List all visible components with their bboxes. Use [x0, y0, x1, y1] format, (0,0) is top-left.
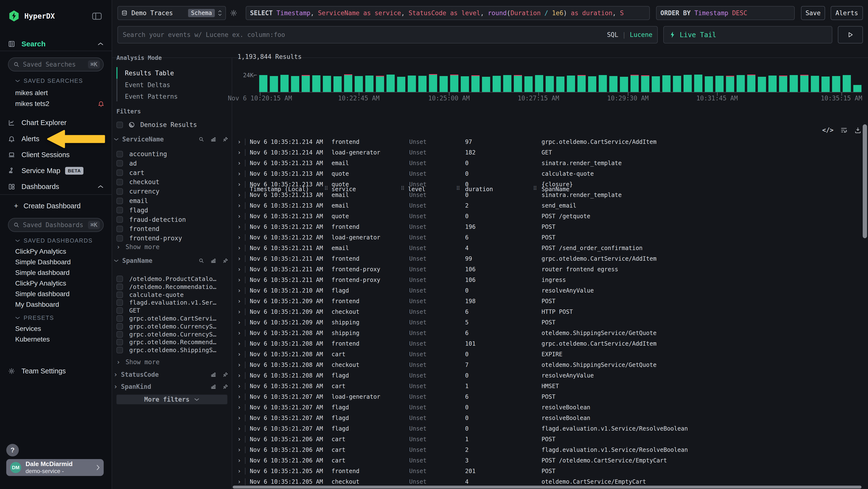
- live-tail-button[interactable]: Live Tail: [663, 26, 832, 44]
- table-row[interactable]: ›Nov 6 10:35:21.208 AMcartUnset0EXPIRE: [232, 349, 862, 359]
- filter-option[interactable]: grpc.oteldemo.CartServi…: [117, 315, 216, 322]
- filter-option[interactable]: grpc.oteldemo.Recommend…: [117, 339, 216, 346]
- filter-option[interactable]: /oteldemo.ProductCatalo…: [117, 276, 216, 282]
- checkbox[interactable]: [117, 160, 123, 167]
- expand-row-icon[interactable]: ›: [238, 340, 241, 347]
- select-expression-input[interactable]: SELECT Timestamp, ServiceName as service…: [246, 6, 650, 20]
- expand-row-icon[interactable]: ›: [238, 139, 241, 145]
- filter-group-spankind[interactable]: › SpanKind: [114, 382, 228, 391]
- bar-chart-icon[interactable]: [211, 258, 216, 264]
- expand-row-icon[interactable]: ›: [238, 309, 241, 315]
- expand-row-icon[interactable]: ›: [238, 245, 241, 252]
- spanname-show-more[interactable]: ›Show more: [117, 358, 160, 366]
- sidebar-item-client-sessions[interactable]: Client Sessions: [8, 151, 70, 159]
- saved-dashboards-input[interactable]: Saved Dashboards ⌘K: [8, 218, 104, 232]
- expand-row-icon[interactable]: ›: [238, 192, 241, 198]
- checkbox[interactable]: [117, 188, 123, 195]
- alert-bell-icon[interactable]: [98, 100, 104, 107]
- table-row[interactable]: ›Nov 6 10:35:21.208 AMcartUnset1HMSET: [232, 381, 862, 392]
- filter-option[interactable]: /oteldemo.Recommendatio…: [117, 283, 216, 290]
- sidebar-item-service-map[interactable]: Service Map BETA: [8, 167, 84, 175]
- expand-row-icon[interactable]: ›: [238, 298, 241, 305]
- expand-row-icon[interactable]: ›: [238, 160, 241, 167]
- expand-row-icon[interactable]: ›: [238, 213, 241, 220]
- lucene-mode-toggle[interactable]: Lucene: [630, 31, 652, 38]
- filter-group-spanname[interactable]: SpanName: [114, 257, 228, 264]
- table-row[interactable]: ›Nov 6 10:35:21.208 AMfrontendUnset101gr…: [232, 338, 862, 349]
- denoise-results-row[interactable]: Denoise Results: [117, 121, 197, 128]
- filter-option[interactable]: fraud-detection: [117, 216, 186, 223]
- filter-option[interactable]: accounting: [117, 150, 167, 157]
- expand-row-icon[interactable]: ›: [238, 277, 241, 283]
- table-row[interactable]: ›Nov 6 10:35:21.205 AMfrontendUnset201PO…: [232, 466, 862, 477]
- table-row[interactable]: ›Nov 6 10:35:21.211 AMemailUnset4POST /s…: [232, 243, 862, 253]
- checkbox[interactable]: [117, 151, 123, 157]
- checkbox[interactable]: [117, 179, 123, 185]
- expand-row-icon[interactable]: ›: [238, 425, 241, 432]
- filter-option[interactable]: grpc.oteldemo.CurrencyS…: [117, 323, 216, 330]
- sidebar-item-chart-explorer[interactable]: Chart Explorer: [8, 119, 66, 127]
- table-row[interactable]: ›Nov 6 10:35:21.212 AMload-generatorUnse…: [232, 232, 862, 243]
- pin-icon[interactable]: [222, 258, 228, 264]
- checkbox[interactable]: [117, 339, 123, 345]
- sidebar-item-search[interactable]: Search: [8, 40, 104, 48]
- expand-row-icon[interactable]: ›: [238, 319, 241, 326]
- saved-dashboard-item[interactable]: Simple dashboard: [15, 269, 70, 277]
- checkbox[interactable]: [117, 284, 123, 290]
- table-row[interactable]: ›Nov 6 10:35:21.207 AMflagdUnset0resolve…: [232, 413, 862, 423]
- expand-row-icon[interactable]: ›: [238, 149, 241, 156]
- vertical-scrollbar[interactable]: [863, 124, 867, 238]
- table-row[interactable]: ›Nov 6 10:35:21.213 AMquoteUnset0{closur…: [232, 179, 862, 190]
- preset-item[interactable]: Kubernetes: [15, 336, 50, 343]
- table-row[interactable]: ›Nov 6 10:35:21.214 AMload-generatorUnse…: [232, 147, 862, 158]
- table-row[interactable]: ›Nov 6 10:35:21.213 AMemailUnset2send_em…: [232, 200, 862, 211]
- expand-row-icon[interactable]: ›: [238, 170, 241, 177]
- saved-searches-header[interactable]: SAVED SEARCHES: [15, 78, 83, 84]
- table-row[interactable]: ›Nov 6 10:35:21.207 AMflagdUnset0flagd.e…: [232, 423, 862, 434]
- filter-option[interactable]: calculate-quote: [117, 291, 184, 298]
- checkbox[interactable]: [117, 299, 123, 306]
- bar-chart-icon[interactable]: [211, 384, 216, 390]
- chevron-up-icon[interactable]: [97, 42, 104, 46]
- table-row[interactable]: ›Nov 6 10:35:21.211 AMfrontendUnset99grp…: [232, 253, 862, 264]
- saved-dashboard-item[interactable]: ClickPy Analytics: [15, 280, 66, 287]
- filter-option[interactable]: ad: [117, 160, 137, 167]
- user-card[interactable]: DM Dale McDiarmid demo-service -: [6, 459, 104, 476]
- expand-row-icon[interactable]: ›: [238, 372, 241, 379]
- expand-row-icon[interactable]: ›: [238, 362, 241, 368]
- table-row[interactable]: ›Nov 6 10:35:21.212 AMfrontendUnset196PO…: [232, 222, 862, 232]
- filter-option[interactable]: flagd: [117, 207, 148, 214]
- presets-header[interactable]: PRESETS: [15, 315, 54, 321]
- filter-option[interactable]: flagd.evaluation.v1.Ser…: [117, 299, 216, 306]
- table-row[interactable]: ›Nov 6 10:35:21.209 AMcheckoutUnset6HTTP…: [232, 307, 862, 317]
- pin-icon[interactable]: [222, 372, 228, 377]
- table-row[interactable]: ›Nov 6 10:35:21.206 AMcartUnset3POST /ot…: [232, 455, 862, 466]
- expand-row-icon[interactable]: ›: [238, 330, 241, 337]
- expand-row-icon[interactable]: ›: [238, 457, 241, 464]
- table-row[interactable]: ›Nov 6 10:35:21.206 AMcartUnset2flagd.ev…: [232, 444, 862, 455]
- checkbox[interactable]: [117, 307, 123, 314]
- table-row[interactable]: ›Nov 6 10:35:21.208 AMflagdUnset0resolve…: [232, 370, 862, 381]
- expand-row-icon[interactable]: ›: [238, 255, 241, 262]
- table-row[interactable]: ›Nov 6 10:35:21.207 AMload-generatorUnse…: [232, 392, 862, 402]
- checkbox[interactable]: [117, 315, 123, 322]
- filter-option[interactable]: frontend: [117, 225, 159, 232]
- pin-icon[interactable]: [222, 384, 228, 390]
- saved-dashboard-item[interactable]: Simple Dashboard: [15, 258, 71, 266]
- filter-group-servicename[interactable]: ServiceName: [114, 136, 228, 143]
- filter-option[interactable]: email: [117, 197, 148, 204]
- saved-dashboards-header[interactable]: SAVED DASHBOARDS: [15, 237, 93, 244]
- order-by-input[interactable]: ORDER BY Timestamp DESC: [656, 6, 795, 20]
- expand-row-icon[interactable]: ›: [238, 202, 241, 209]
- sidebar-item-alerts[interactable]: Alerts: [8, 135, 39, 143]
- checkbox[interactable]: [117, 292, 123, 298]
- expand-row-icon[interactable]: ›: [238, 447, 241, 453]
- checkbox[interactable]: [117, 347, 123, 353]
- table-row[interactable]: ›Nov 6 10:35:21.214 AMfrontendUnset97grp…: [232, 137, 862, 147]
- saved-search-item[interactable]: mikes tets2: [15, 100, 104, 108]
- expand-row-icon[interactable]: ›: [238, 383, 241, 390]
- sidebar-item-team-settings[interactable]: Team Settings: [8, 367, 66, 375]
- expand-row-icon[interactable]: ›: [238, 234, 241, 241]
- checkbox[interactable]: [117, 198, 123, 204]
- collapse-sidebar-icon[interactable]: [92, 12, 102, 20]
